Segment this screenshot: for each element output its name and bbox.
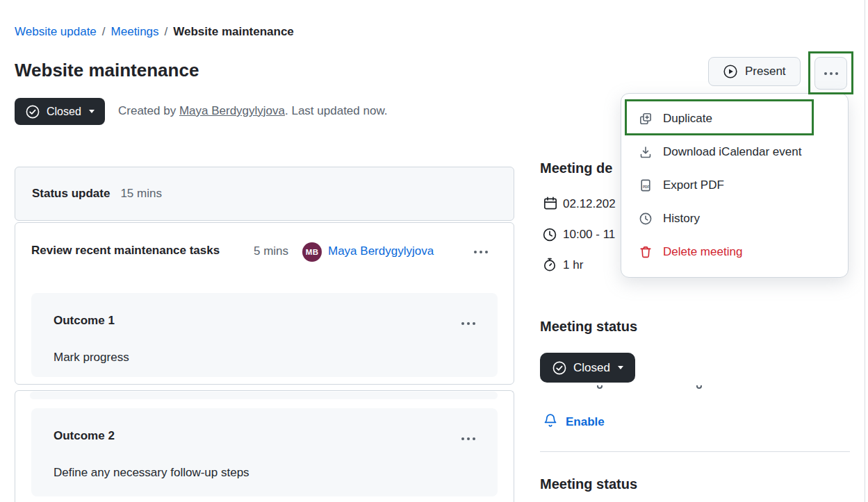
meeting-details-heading: Meeting de (540, 160, 612, 176)
agenda-item-title[interactable]: Review recent maintenance tasks (31, 242, 236, 260)
meeting-status-dropdown-panel[interactable]: Closed (540, 353, 635, 383)
breadcrumb-workspace-link[interactable]: Website update (15, 25, 97, 39)
menu-item-export-pdf[interactable]: PDF Export PDF (621, 169, 848, 202)
breadcrumb-meetings-link[interactable]: Meetings (111, 25, 159, 39)
duplicate-icon (639, 112, 653, 126)
assignee-link[interactable]: Maya Berdygylyjova (328, 244, 434, 258)
byline-suffix: . Last updated now. (285, 104, 387, 117)
menu-item-label: Download iCalendar event (663, 145, 801, 159)
page-title: Website maintenance (15, 60, 199, 81)
outcome-title: Outcome 1 (54, 314, 115, 328)
meeting-page: Website update / Meetings / Website main… (0, 0, 868, 502)
meeting-status-heading-2: Meeting status (540, 476, 637, 492)
svg-text:PDF: PDF (643, 185, 650, 189)
outcome-card-1[interactable]: Outcome 1 Mark progress (31, 293, 498, 377)
meeting-status-dropdown[interactable]: Closed (15, 98, 105, 125)
agenda-section-duration: 15 mins (120, 187, 162, 201)
assignee-avatar[interactable]: MB (302, 242, 322, 262)
meeting-duration: 1 hr (563, 258, 583, 272)
agenda-section-header[interactable]: Status update 15 mins (15, 167, 514, 221)
kebab-icon (824, 72, 838, 75)
breadcrumb-separator: / (102, 25, 106, 39)
panel-divider (540, 451, 850, 452)
meeting-time: 10:00 - 11 (563, 228, 615, 242)
byline: Created by Maya Berdygylyjova. Last upda… (118, 104, 387, 118)
check-circle-icon (25, 104, 40, 119)
menu-item-download-icalendar[interactable]: Download iCalendar event (621, 135, 848, 169)
stopwatch-icon (542, 257, 557, 275)
outcome-card-2[interactable]: Outcome 2 Define any necessary follow-up… (31, 408, 498, 496)
calendar-icon (543, 196, 558, 214)
actions-dropdown-menu: Duplicate Download iCalendar event PDF E… (621, 93, 849, 278)
menu-item-label: History (663, 212, 700, 226)
clipped-text-artifact (597, 385, 603, 389)
outcome-kebab-button[interactable] (453, 314, 484, 333)
meeting-status-heading: Meeting status (540, 319, 637, 335)
play-circle-icon (723, 64, 738, 79)
breadcrumb-separator: / (165, 25, 168, 39)
trash-icon (639, 245, 653, 259)
agenda-item-kebab-button[interactable] (466, 242, 496, 262)
agenda-section-title: Status update (32, 187, 110, 201)
agenda-item-duration: 5 mins (254, 244, 288, 258)
breadcrumb-current-page: Website maintenance (173, 25, 294, 39)
byline-prefix: Created by (118, 104, 179, 117)
menu-item-delete-meeting[interactable]: Delete meeting (621, 235, 848, 269)
breadcrumb: Website update / Meetings / Website main… (15, 25, 294, 39)
kebab-icon (461, 322, 475, 325)
scrollbar-edge (865, 0, 865, 502)
present-button-label: Present (745, 65, 786, 78)
check-circle-icon (552, 360, 567, 376)
outcome-note: Mark progress (54, 351, 129, 365)
file-pdf-icon: PDF (639, 178, 653, 192)
menu-item-duplicate[interactable]: Duplicate (621, 102, 848, 135)
outcome-note: Define any necessary follow-up steps (54, 466, 249, 480)
kebab-icon (474, 251, 488, 253)
status-button-label: Closed (47, 106, 81, 118)
status-button-label: Closed (573, 361, 610, 375)
kebab-icon (461, 437, 475, 440)
clipped-text-artifact (696, 385, 702, 389)
enable-notifications-link[interactable]: Enable (566, 415, 605, 429)
menu-item-label: Delete meeting (663, 245, 742, 259)
history-icon (639, 212, 653, 226)
clock-icon (542, 227, 557, 245)
bell-icon (542, 412, 559, 432)
meeting-date: 02.12.202 (563, 197, 616, 211)
download-icon (639, 145, 653, 159)
menu-item-label: Export PDF (663, 178, 724, 192)
more-actions-button[interactable] (814, 57, 847, 90)
author-link[interactable]: Maya Berdygylyjova (179, 104, 285, 117)
present-button[interactable]: Present (708, 57, 801, 86)
outcome-card-peek (30, 392, 498, 399)
menu-item-history[interactable]: History (621, 202, 848, 235)
outcome-kebab-button[interactable] (453, 429, 484, 449)
chevron-down-icon (89, 110, 95, 113)
outcome-title: Outcome 2 (54, 429, 115, 443)
menu-item-label: Duplicate (663, 112, 712, 126)
chevron-down-icon (618, 366, 623, 369)
